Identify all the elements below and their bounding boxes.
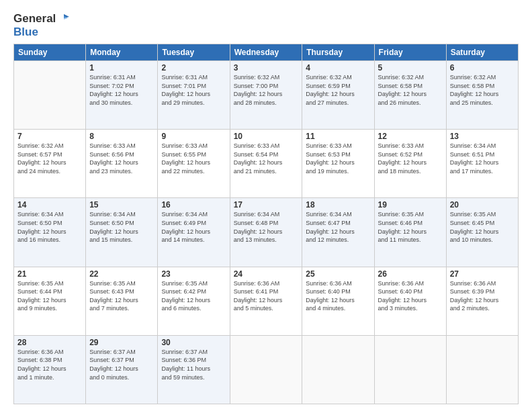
calendar-day-cell: 7Sunrise: 6:32 AM Sunset: 6:57 PM Daylig… bbox=[14, 130, 86, 198]
weekday-header: Wednesday bbox=[230, 44, 302, 61]
day-info: Sunrise: 6:34 AM Sunset: 6:51 PM Dayligh… bbox=[450, 142, 515, 175]
day-info: Sunrise: 6:31 AM Sunset: 7:02 PM Dayligh… bbox=[89, 73, 154, 107]
day-info: Sunrise: 6:33 AM Sunset: 6:54 PM Dayligh… bbox=[234, 142, 299, 175]
day-number: 4 bbox=[306, 63, 370, 73]
calendar-day-cell: 6Sunrise: 6:32 AM Sunset: 6:58 PM Daylig… bbox=[446, 61, 518, 130]
day-info: Sunrise: 6:34 AM Sunset: 6:48 PM Dayligh… bbox=[234, 210, 299, 244]
day-number: 23 bbox=[161, 269, 226, 279]
day-info: Sunrise: 6:32 AM Sunset: 6:58 PM Dayligh… bbox=[450, 73, 515, 107]
weekday-header: Tuesday bbox=[158, 44, 230, 61]
calendar-day-cell: 3Sunrise: 6:32 AM Sunset: 7:00 PM Daylig… bbox=[230, 61, 302, 130]
day-info: Sunrise: 6:36 AM Sunset: 6:39 PM Dayligh… bbox=[450, 279, 515, 313]
day-info: Sunrise: 6:36 AM Sunset: 6:40 PM Dayligh… bbox=[378, 279, 443, 313]
day-info: Sunrise: 6:32 AM Sunset: 6:58 PM Dayligh… bbox=[378, 73, 443, 107]
day-number: 17 bbox=[234, 200, 299, 210]
day-info: Sunrise: 6:37 AM Sunset: 6:37 PM Dayligh… bbox=[89, 348, 154, 381]
calendar-day-cell: 8Sunrise: 6:33 AM Sunset: 6:56 PM Daylig… bbox=[86, 130, 158, 198]
calendar-week-row: 21Sunrise: 6:35 AM Sunset: 6:44 PM Dayli… bbox=[14, 267, 519, 335]
calendar-day-cell bbox=[302, 335, 374, 404]
day-number: 5 bbox=[378, 63, 443, 73]
calendar-week-row: 14Sunrise: 6:34 AM Sunset: 6:50 PM Dayli… bbox=[14, 198, 519, 267]
day-number: 14 bbox=[17, 200, 82, 210]
day-info: Sunrise: 6:33 AM Sunset: 6:56 PM Dayligh… bbox=[89, 142, 154, 175]
calendar-day-cell: 9Sunrise: 6:33 AM Sunset: 6:55 PM Daylig… bbox=[158, 130, 230, 198]
logo-general: General bbox=[13, 12, 56, 26]
calendar-day-cell bbox=[230, 335, 302, 404]
day-number: 15 bbox=[89, 200, 154, 210]
calendar-week-row: 1Sunrise: 6:31 AM Sunset: 7:02 PM Daylig… bbox=[14, 61, 519, 130]
day-number: 21 bbox=[17, 269, 82, 279]
calendar-day-cell: 2Sunrise: 6:31 AM Sunset: 7:01 PM Daylig… bbox=[158, 61, 230, 130]
day-number: 29 bbox=[89, 338, 154, 347]
logo-bird-icon bbox=[57, 13, 69, 25]
day-number: 6 bbox=[450, 63, 515, 73]
calendar-day-cell: 14Sunrise: 6:34 AM Sunset: 6:50 PM Dayli… bbox=[14, 198, 86, 267]
weekday-header: Friday bbox=[374, 44, 446, 61]
day-number: 19 bbox=[378, 200, 443, 210]
day-info: Sunrise: 6:33 AM Sunset: 6:55 PM Dayligh… bbox=[161, 142, 226, 175]
calendar-day-cell: 24Sunrise: 6:36 AM Sunset: 6:41 PM Dayli… bbox=[230, 267, 302, 335]
day-info: Sunrise: 6:34 AM Sunset: 6:49 PM Dayligh… bbox=[161, 210, 226, 244]
day-info: Sunrise: 6:34 AM Sunset: 6:50 PM Dayligh… bbox=[17, 210, 82, 244]
day-info: Sunrise: 6:31 AM Sunset: 7:01 PM Dayligh… bbox=[161, 73, 226, 107]
day-number: 27 bbox=[450, 269, 515, 279]
day-info: Sunrise: 6:36 AM Sunset: 6:41 PM Dayligh… bbox=[234, 279, 299, 313]
day-number: 11 bbox=[306, 132, 370, 141]
calendar-day-cell: 26Sunrise: 6:36 AM Sunset: 6:40 PM Dayli… bbox=[374, 267, 446, 335]
page: General Blue SundayMondayTuesdayWednesda… bbox=[0, 0, 532, 411]
day-number: 22 bbox=[89, 269, 154, 279]
calendar-day-cell: 5Sunrise: 6:32 AM Sunset: 6:58 PM Daylig… bbox=[374, 61, 446, 130]
calendar-table: SundayMondayTuesdayWednesdayThursdayFrid… bbox=[13, 44, 519, 404]
calendar-day-cell: 21Sunrise: 6:35 AM Sunset: 6:44 PM Dayli… bbox=[14, 267, 86, 335]
day-info: Sunrise: 6:32 AM Sunset: 7:00 PM Dayligh… bbox=[234, 73, 299, 107]
day-info: Sunrise: 6:35 AM Sunset: 6:46 PM Dayligh… bbox=[378, 210, 443, 244]
calendar-day-cell: 20Sunrise: 6:35 AM Sunset: 6:45 PM Dayli… bbox=[446, 198, 518, 267]
day-number: 28 bbox=[17, 338, 82, 347]
calendar-day-cell: 22Sunrise: 6:35 AM Sunset: 6:43 PM Dayli… bbox=[86, 267, 158, 335]
day-number: 10 bbox=[234, 132, 299, 141]
day-info: Sunrise: 6:33 AM Sunset: 6:52 PM Dayligh… bbox=[378, 142, 443, 175]
calendar-day-cell: 1Sunrise: 6:31 AM Sunset: 7:02 PM Daylig… bbox=[86, 61, 158, 130]
day-number: 24 bbox=[234, 269, 299, 279]
day-number: 18 bbox=[306, 200, 370, 210]
calendar-week-row: 7Sunrise: 6:32 AM Sunset: 6:57 PM Daylig… bbox=[14, 130, 519, 198]
calendar-day-cell: 30Sunrise: 6:37 AM Sunset: 6:36 PM Dayli… bbox=[158, 335, 230, 404]
day-number: 20 bbox=[450, 200, 515, 210]
day-number: 13 bbox=[450, 132, 515, 141]
day-number: 25 bbox=[306, 269, 370, 279]
calendar-day-cell: 28Sunrise: 6:36 AM Sunset: 6:38 PM Dayli… bbox=[14, 335, 86, 404]
weekday-header: Saturday bbox=[446, 44, 518, 61]
calendar-day-cell: 18Sunrise: 6:34 AM Sunset: 6:47 PM Dayli… bbox=[302, 198, 374, 267]
header: General Blue bbox=[13, 12, 519, 38]
day-info: Sunrise: 6:35 AM Sunset: 6:43 PM Dayligh… bbox=[89, 279, 154, 313]
day-info: Sunrise: 6:36 AM Sunset: 6:40 PM Dayligh… bbox=[306, 279, 370, 313]
day-info: Sunrise: 6:33 AM Sunset: 6:53 PM Dayligh… bbox=[306, 142, 370, 175]
calendar-day-cell: 11Sunrise: 6:33 AM Sunset: 6:53 PM Dayli… bbox=[302, 130, 374, 198]
day-info: Sunrise: 6:35 AM Sunset: 6:42 PM Dayligh… bbox=[161, 279, 226, 313]
day-info: Sunrise: 6:35 AM Sunset: 6:44 PM Dayligh… bbox=[17, 279, 82, 313]
calendar-day-cell: 25Sunrise: 6:36 AM Sunset: 6:40 PM Dayli… bbox=[302, 267, 374, 335]
day-number: 8 bbox=[89, 132, 154, 141]
calendar-day-cell: 27Sunrise: 6:36 AM Sunset: 6:39 PM Dayli… bbox=[446, 267, 518, 335]
day-number: 3 bbox=[234, 63, 299, 73]
calendar-day-cell: 13Sunrise: 6:34 AM Sunset: 6:51 PM Dayli… bbox=[446, 130, 518, 198]
day-number: 12 bbox=[378, 132, 443, 141]
logo-blue: Blue bbox=[13, 26, 38, 39]
day-info: Sunrise: 6:37 AM Sunset: 6:36 PM Dayligh… bbox=[161, 348, 226, 381]
day-number: 30 bbox=[161, 338, 226, 347]
day-number: 7 bbox=[17, 132, 82, 141]
calendar-day-cell: 15Sunrise: 6:34 AM Sunset: 6:50 PM Dayli… bbox=[86, 198, 158, 267]
calendar-day-cell: 16Sunrise: 6:34 AM Sunset: 6:49 PM Dayli… bbox=[158, 198, 230, 267]
logo: General Blue bbox=[13, 12, 69, 38]
calendar-day-cell bbox=[14, 61, 86, 130]
day-info: Sunrise: 6:34 AM Sunset: 6:50 PM Dayligh… bbox=[89, 210, 154, 244]
calendar-day-cell: 23Sunrise: 6:35 AM Sunset: 6:42 PM Dayli… bbox=[158, 267, 230, 335]
day-number: 2 bbox=[161, 63, 226, 73]
weekday-header: Monday bbox=[86, 44, 158, 61]
calendar-day-cell bbox=[374, 335, 446, 404]
calendar-day-cell: 19Sunrise: 6:35 AM Sunset: 6:46 PM Dayli… bbox=[374, 198, 446, 267]
calendar-day-cell: 10Sunrise: 6:33 AM Sunset: 6:54 PM Dayli… bbox=[230, 130, 302, 198]
day-info: Sunrise: 6:34 AM Sunset: 6:47 PM Dayligh… bbox=[306, 210, 370, 244]
day-info: Sunrise: 6:32 AM Sunset: 6:57 PM Dayligh… bbox=[17, 142, 82, 175]
day-number: 9 bbox=[161, 132, 226, 141]
